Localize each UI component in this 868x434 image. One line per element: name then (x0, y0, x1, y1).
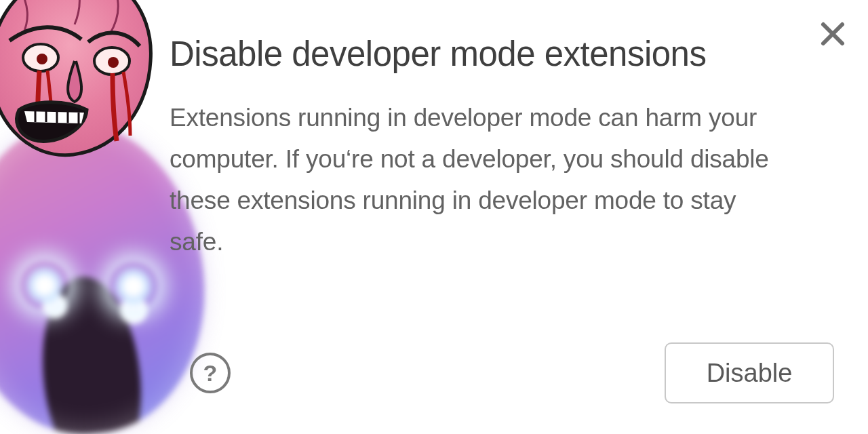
svg-point-1 (37, 54, 47, 64)
meme-face-front (0, 0, 163, 163)
disable-button[interactable]: Disable (665, 342, 834, 403)
dialog-body: Extensions running in developer mode can… (170, 97, 793, 262)
close-button[interactable] (818, 19, 848, 49)
svg-point-3 (108, 57, 119, 68)
help-icon: ? (203, 360, 218, 387)
developer-mode-dialog: Disable developer mode extensions Extens… (170, 34, 834, 262)
meme-face-illustration (0, 0, 197, 434)
svg-point-0 (23, 44, 58, 71)
svg-point-2 (94, 47, 130, 75)
close-icon (818, 19, 848, 49)
help-button[interactable]: ? (190, 353, 231, 393)
dialog-title: Disable developer mode extensions (170, 34, 834, 74)
dialog-footer: ? Disable (190, 342, 834, 403)
